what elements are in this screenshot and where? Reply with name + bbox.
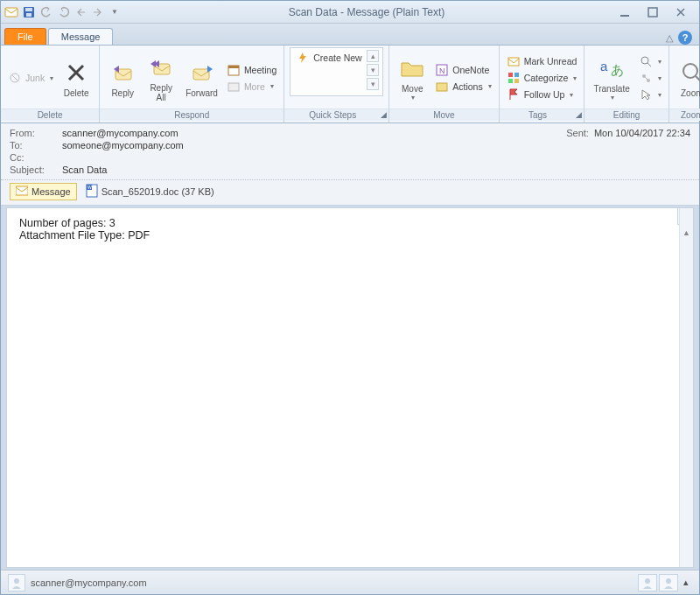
sender-avatar-icon[interactable]	[8, 574, 25, 592]
minimize-ribbon-icon[interactable]: △	[666, 32, 673, 44]
status-sender: scanner@mycompany.com	[31, 578, 147, 588]
svg-rect-11	[228, 66, 239, 68]
group-respond-label: Respond	[100, 108, 284, 121]
to-value: someone@mycompany.com	[62, 140, 690, 150]
body-scrollbar[interactable]: ▲	[679, 208, 693, 567]
forward-button[interactable]: Forward	[182, 57, 221, 100]
cc-value	[62, 152, 690, 163]
status-bar: scanner@mycompany.com ▴	[1, 570, 699, 594]
find-button[interactable]: ▾	[637, 53, 663, 69]
translate-icon: aあ	[598, 54, 626, 82]
svg-rect-4	[620, 15, 629, 17]
translate-button[interactable]: aあ Translate▾	[590, 52, 633, 103]
svg-rect-19	[508, 79, 513, 83]
select-icon	[639, 88, 653, 102]
categorize-button[interactable]: Categorize▾	[505, 70, 579, 86]
window-controls	[615, 5, 696, 19]
follow-up-button[interactable]: Follow Up▾	[505, 87, 579, 102]
select-button[interactable]: ▾	[637, 87, 663, 102]
minimize-button[interactable]	[615, 5, 634, 19]
junk-button[interactable]: Junk▾	[6, 70, 55, 86]
message-body[interactable]: Number of pages: 3 Attachment File Type:…	[6, 207, 694, 568]
quick-steps-gallery[interactable]: Create New ▴ ▾ ▾	[290, 47, 383, 96]
reply-all-icon	[147, 53, 175, 81]
close-button[interactable]	[671, 5, 690, 19]
people-pane-button-2[interactable]	[659, 574, 678, 592]
tab-message[interactable]: Message	[48, 28, 114, 45]
envelope-icon	[16, 186, 28, 198]
help-button[interactable]: ?	[678, 31, 692, 45]
message-headers: From: scanner@mycompany.com Sent: Mon 10…	[1, 123, 699, 180]
move-button[interactable]: Move▾	[395, 52, 430, 103]
qat-dropdown-icon[interactable]: ▼	[111, 8, 118, 16]
meeting-button[interactable]: Meeting	[225, 62, 278, 78]
people-pane-button-1[interactable]	[638, 574, 657, 592]
ribbon: Junk▾ Delete Delete Reply Reply All	[1, 45, 699, 123]
svg-rect-12	[228, 83, 239, 91]
people-pane-expand-icon[interactable]: ▴	[680, 577, 692, 588]
svg-point-23	[641, 57, 648, 64]
group-tags: Mark Unread Categorize▾ Follow Up▾ Tags …	[500, 46, 585, 122]
lightning-icon	[296, 51, 310, 65]
gallery-down-icon[interactable]: ▾	[367, 64, 379, 76]
group-editing: aあ Translate▾ ▾ ▾ ▾ Editing	[584, 46, 668, 122]
message-body-tab[interactable]: Message	[10, 183, 77, 200]
mark-unread-button[interactable]: Mark Unread	[505, 53, 579, 69]
more-respond-button[interactable]: More▾	[225, 79, 278, 94]
doc-file-icon: W	[86, 184, 98, 200]
reply-all-button[interactable]: Reply All	[144, 52, 178, 104]
to-label: To:	[10, 140, 62, 150]
related-button[interactable]: ▾	[637, 70, 663, 86]
svg-rect-9	[193, 69, 209, 80]
next-item-icon[interactable]	[92, 5, 106, 19]
redo-icon[interactable]	[57, 5, 71, 19]
group-quick-steps-label: Quick Steps ◢	[284, 108, 388, 121]
svg-rect-16	[508, 58, 519, 66]
related-icon	[639, 71, 653, 85]
group-quick-steps: Create New ▴ ▾ ▾ Quick Steps ◢	[284, 46, 389, 122]
zoom-icon	[678, 59, 700, 87]
svg-point-33	[645, 578, 650, 584]
reply-button[interactable]: Reply	[105, 57, 140, 100]
svg-rect-15	[437, 83, 447, 91]
scroll-up-icon[interactable]: ▲	[680, 226, 693, 240]
svg-rect-8	[154, 64, 170, 74]
subject-value: Scan Data	[62, 164, 690, 175]
group-editing-label: Editing	[584, 108, 668, 121]
body-line-2: Attachment File Type: PDF	[19, 229, 681, 242]
attachment-item[interactable]: W Scan_652019.doc (37 KB)	[80, 182, 220, 201]
attachment-row: Message W Scan_652019.doc (37 KB)	[1, 180, 699, 206]
save-icon[interactable]	[22, 5, 36, 19]
quick-access-toolbar: ▼	[4, 5, 118, 19]
gallery-up-icon[interactable]: ▴	[367, 50, 379, 62]
undo-icon[interactable]	[39, 5, 53, 19]
svg-rect-27	[16, 186, 28, 195]
reply-icon	[108, 59, 136, 87]
actions-button[interactable]: Actions▾	[433, 79, 493, 94]
actions-icon	[435, 80, 449, 94]
group-delete: Junk▾ Delete Delete	[1, 46, 100, 122]
previous-item-icon[interactable]	[74, 5, 88, 19]
svg-point-34	[666, 578, 671, 584]
gallery-more-icon[interactable]: ▾	[367, 78, 379, 90]
svg-rect-18	[514, 73, 519, 77]
zoom-button[interactable]: Zoom	[675, 57, 700, 100]
onenote-button[interactable]: N OneNote	[433, 62, 493, 78]
svg-rect-5	[648, 8, 657, 17]
title-bar: ▼ Scan Data - Message (Plain Text)	[1, 1, 699, 24]
onenote-icon: N	[435, 63, 449, 77]
sent-value: Mon 10/04/2017 22:34	[594, 128, 690, 138]
tab-file[interactable]: File	[4, 28, 46, 45]
delete-button[interactable]: Delete	[59, 57, 94, 100]
find-icon	[639, 54, 653, 68]
categorize-icon	[507, 71, 521, 85]
group-tags-label: Tags ◢	[500, 108, 584, 121]
forward-icon	[188, 59, 216, 87]
svg-point-32	[14, 578, 19, 584]
body-line-1: Number of pages: 3	[19, 217, 681, 229]
svg-rect-17	[508, 73, 513, 77]
delete-icon	[62, 59, 90, 87]
quick-step-create-new[interactable]: Create New	[294, 50, 363, 66]
maximize-button[interactable]	[643, 5, 662, 19]
svg-rect-3	[26, 13, 32, 17]
